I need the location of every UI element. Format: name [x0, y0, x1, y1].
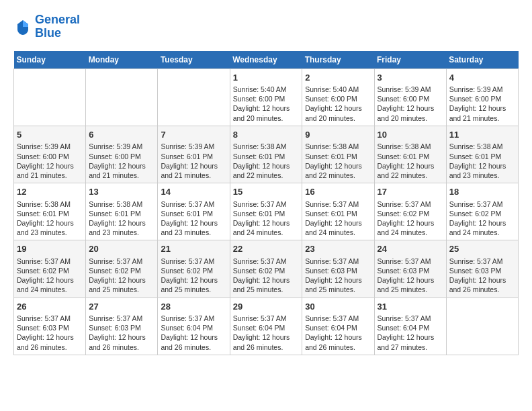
- day-cell: [158, 68, 230, 126]
- day-number: 17: [378, 186, 443, 198]
- day-cell: 9Sunrise: 5:38 AM Sunset: 6:01 PM Daylig…: [302, 126, 374, 183]
- day-cell: 26Sunrise: 5:37 AM Sunset: 6:03 PM Dayli…: [14, 298, 86, 355]
- day-number: 9: [305, 129, 371, 141]
- day-number: 20: [89, 243, 154, 255]
- col-header-thursday: Thursday: [302, 51, 374, 69]
- logo: General Blue: [13, 13, 80, 40]
- day-info: Sunrise: 5:39 AM Sunset: 6:00 PM Dayligh…: [378, 85, 443, 123]
- day-info: Sunrise: 5:39 AM Sunset: 6:01 PM Dayligh…: [161, 142, 226, 180]
- day-cell: 18Sunrise: 5:37 AM Sunset: 6:02 PM Dayli…: [446, 183, 518, 240]
- header-row: SundayMondayTuesdayWednesdayThursdayFrid…: [14, 51, 519, 69]
- col-header-monday: Monday: [86, 51, 158, 69]
- week-row-3: 12Sunrise: 5:38 AM Sunset: 6:01 PM Dayli…: [14, 183, 519, 240]
- day-number: 11: [449, 129, 515, 141]
- day-cell: 7Sunrise: 5:39 AM Sunset: 6:01 PM Daylig…: [158, 126, 230, 183]
- day-info: Sunrise: 5:37 AM Sunset: 6:03 PM Dayligh…: [378, 257, 443, 295]
- day-info: Sunrise: 5:37 AM Sunset: 6:02 PM Dayligh…: [17, 257, 83, 295]
- day-cell: [14, 68, 86, 126]
- logo-text: General Blue: [35, 13, 80, 40]
- day-number: 4: [449, 72, 515, 84]
- col-header-saturday: Saturday: [446, 51, 518, 69]
- day-cell: 3Sunrise: 5:39 AM Sunset: 6:00 PM Daylig…: [374, 68, 446, 126]
- day-cell: 6Sunrise: 5:39 AM Sunset: 6:00 PM Daylig…: [86, 126, 158, 183]
- day-cell: [86, 68, 158, 126]
- day-number: 15: [233, 186, 300, 198]
- day-cell: 28Sunrise: 5:37 AM Sunset: 6:04 PM Dayli…: [158, 298, 230, 355]
- day-info: Sunrise: 5:38 AM Sunset: 6:01 PM Dayligh…: [233, 142, 300, 180]
- day-info: Sunrise: 5:37 AM Sunset: 6:02 PM Dayligh…: [449, 199, 515, 238]
- day-cell: 8Sunrise: 5:38 AM Sunset: 6:01 PM Daylig…: [230, 126, 302, 183]
- day-info: Sunrise: 5:38 AM Sunset: 6:01 PM Dayligh…: [17, 199, 83, 238]
- col-header-tuesday: Tuesday: [158, 51, 230, 69]
- day-number: 24: [378, 243, 443, 255]
- day-info: Sunrise: 5:37 AM Sunset: 6:02 PM Dayligh…: [378, 199, 443, 238]
- day-cell: 5Sunrise: 5:39 AM Sunset: 6:00 PM Daylig…: [14, 126, 86, 183]
- day-info: Sunrise: 5:37 AM Sunset: 6:03 PM Dayligh…: [305, 257, 371, 295]
- day-info: Sunrise: 5:38 AM Sunset: 6:01 PM Dayligh…: [449, 142, 515, 180]
- day-number: 26: [17, 301, 83, 313]
- day-info: Sunrise: 5:38 AM Sunset: 6:01 PM Dayligh…: [305, 142, 371, 180]
- day-number: 10: [378, 129, 443, 141]
- day-number: 5: [17, 129, 83, 141]
- day-number: 21: [161, 243, 226, 255]
- day-info: Sunrise: 5:39 AM Sunset: 6:00 PM Dayligh…: [449, 85, 515, 123]
- day-cell: 4Sunrise: 5:39 AM Sunset: 6:00 PM Daylig…: [446, 68, 518, 126]
- day-number: 1: [233, 72, 300, 84]
- day-info: Sunrise: 5:40 AM Sunset: 6:00 PM Dayligh…: [233, 85, 300, 123]
- day-number: 23: [305, 243, 371, 255]
- day-info: Sunrise: 5:37 AM Sunset: 6:01 PM Dayligh…: [233, 199, 300, 238]
- week-row-5: 26Sunrise: 5:37 AM Sunset: 6:03 PM Dayli…: [14, 298, 519, 355]
- day-cell: 12Sunrise: 5:38 AM Sunset: 6:01 PM Dayli…: [14, 183, 86, 240]
- day-number: 22: [233, 243, 300, 255]
- day-number: 25: [449, 243, 515, 255]
- day-number: 31: [378, 301, 443, 313]
- day-info: Sunrise: 5:37 AM Sunset: 6:04 PM Dayligh…: [378, 314, 443, 352]
- day-cell: 22Sunrise: 5:37 AM Sunset: 6:02 PM Dayli…: [230, 240, 302, 298]
- day-number: 7: [161, 129, 226, 141]
- col-header-wednesday: Wednesday: [230, 51, 302, 69]
- week-row-1: 1Sunrise: 5:40 AM Sunset: 6:00 PM Daylig…: [14, 68, 519, 126]
- calendar-table: SundayMondayTuesdayWednesdayThursdayFrid…: [13, 51, 519, 355]
- day-cell: 2Sunrise: 5:40 AM Sunset: 6:00 PM Daylig…: [302, 68, 374, 126]
- day-number: 18: [449, 186, 515, 198]
- page-header: General Blue: [13, 13, 519, 40]
- day-info: Sunrise: 5:39 AM Sunset: 6:00 PM Dayligh…: [89, 142, 154, 180]
- day-info: Sunrise: 5:37 AM Sunset: 6:02 PM Dayligh…: [233, 257, 300, 295]
- day-cell: 17Sunrise: 5:37 AM Sunset: 6:02 PM Dayli…: [374, 183, 446, 240]
- day-info: Sunrise: 5:37 AM Sunset: 6:03 PM Dayligh…: [89, 314, 154, 352]
- day-cell: 29Sunrise: 5:37 AM Sunset: 6:04 PM Dayli…: [230, 298, 302, 355]
- day-number: 3: [378, 72, 443, 84]
- day-number: 8: [233, 129, 300, 141]
- week-row-4: 19Sunrise: 5:37 AM Sunset: 6:02 PM Dayli…: [14, 240, 519, 298]
- day-number: 12: [17, 186, 83, 198]
- day-number: 2: [305, 72, 371, 84]
- day-info: Sunrise: 5:37 AM Sunset: 6:02 PM Dayligh…: [161, 257, 226, 295]
- day-cell: 30Sunrise: 5:37 AM Sunset: 6:04 PM Dayli…: [302, 298, 374, 355]
- day-cell: 31Sunrise: 5:37 AM Sunset: 6:04 PM Dayli…: [374, 298, 446, 355]
- day-cell: 14Sunrise: 5:37 AM Sunset: 6:01 PM Dayli…: [158, 183, 230, 240]
- day-cell: 15Sunrise: 5:37 AM Sunset: 6:01 PM Dayli…: [230, 183, 302, 240]
- day-cell: 20Sunrise: 5:37 AM Sunset: 6:02 PM Dayli…: [86, 240, 158, 298]
- week-row-2: 5Sunrise: 5:39 AM Sunset: 6:00 PM Daylig…: [14, 126, 519, 183]
- day-info: Sunrise: 5:38 AM Sunset: 6:01 PM Dayligh…: [378, 142, 443, 180]
- day-info: Sunrise: 5:37 AM Sunset: 6:03 PM Dayligh…: [17, 314, 83, 352]
- day-cell: 11Sunrise: 5:38 AM Sunset: 6:01 PM Dayli…: [446, 126, 518, 183]
- day-cell: 10Sunrise: 5:38 AM Sunset: 6:01 PM Dayli…: [374, 126, 446, 183]
- col-header-friday: Friday: [374, 51, 446, 69]
- day-cell: 16Sunrise: 5:37 AM Sunset: 6:01 PM Dayli…: [302, 183, 374, 240]
- day-info: Sunrise: 5:37 AM Sunset: 6:03 PM Dayligh…: [449, 257, 515, 295]
- day-info: Sunrise: 5:37 AM Sunset: 6:01 PM Dayligh…: [305, 199, 371, 238]
- day-cell: 23Sunrise: 5:37 AM Sunset: 6:03 PM Dayli…: [302, 240, 374, 298]
- day-cell: 24Sunrise: 5:37 AM Sunset: 6:03 PM Dayli…: [374, 240, 446, 298]
- day-info: Sunrise: 5:37 AM Sunset: 6:04 PM Dayligh…: [161, 314, 226, 352]
- day-info: Sunrise: 5:37 AM Sunset: 6:02 PM Dayligh…: [89, 257, 154, 295]
- day-cell: 27Sunrise: 5:37 AM Sunset: 6:03 PM Dayli…: [86, 298, 158, 355]
- day-number: 19: [17, 243, 83, 255]
- day-number: 13: [89, 186, 154, 198]
- day-number: 16: [305, 186, 371, 198]
- day-number: 30: [305, 301, 371, 313]
- day-cell: 25Sunrise: 5:37 AM Sunset: 6:03 PM Dayli…: [446, 240, 518, 298]
- day-number: 6: [89, 129, 154, 141]
- day-cell: 19Sunrise: 5:37 AM Sunset: 6:02 PM Dayli…: [14, 240, 86, 298]
- day-cell: 21Sunrise: 5:37 AM Sunset: 6:02 PM Dayli…: [158, 240, 230, 298]
